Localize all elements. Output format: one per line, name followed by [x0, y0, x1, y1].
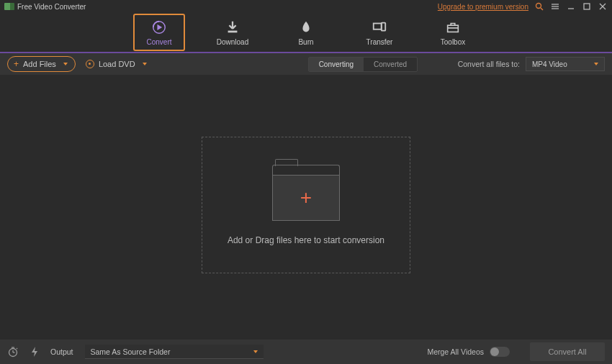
merge-toggle[interactable]: [490, 347, 510, 357]
svg-point-0: [536, 4, 541, 9]
nav-label: Toolbox: [441, 38, 465, 46]
footer: Output Same As Source Folder Merge All V…: [0, 340, 612, 364]
plus-icon: +: [300, 186, 312, 209]
chevron-down-icon: [594, 63, 598, 65]
nav-label: Convert: [146, 38, 171, 46]
merge-label: Merge All Videos: [427, 347, 484, 356]
segment-converted[interactable]: Converted: [364, 58, 417, 71]
disc-icon: [86, 60, 94, 68]
convert-all-button[interactable]: Convert All: [530, 342, 605, 361]
format-value: MP4 Video: [532, 60, 567, 68]
svg-rect-13: [448, 25, 459, 32]
svg-rect-11: [374, 23, 382, 29]
titlebar-right: Upgrade to premium version: [438, 1, 608, 12]
output-value: Same As Source Folder: [91, 347, 171, 356]
menu-icon[interactable]: [550, 1, 560, 12]
nav-transfer[interactable]: Transfer: [354, 14, 405, 51]
plus-icon: +: [14, 59, 19, 69]
status-segment: Converting Converted: [308, 57, 418, 72]
app-title: Free Video Converter: [17, 3, 86, 11]
nav-label: Burn: [298, 38, 313, 46]
search-icon[interactable]: [534, 1, 544, 12]
minimize-icon[interactable]: [566, 1, 576, 12]
output-folder-select[interactable]: Same As Source Folder: [85, 345, 264, 359]
format-select[interactable]: MP4 Video: [526, 57, 605, 71]
nav-label: Download: [217, 38, 248, 46]
chevron-down-icon: [253, 350, 258, 353]
nav-download[interactable]: Download: [207, 14, 258, 51]
top-nav: Convert Download Burn Transfer Toolbox: [0, 13, 612, 53]
add-files-button[interactable]: + Add Files: [7, 56, 76, 72]
output-label: Output: [50, 347, 73, 356]
app-logo-icon: [4, 3, 14, 10]
clock-icon[interactable]: [7, 346, 19, 358]
load-dvd-button[interactable]: Load DVD: [86, 60, 147, 68]
load-dvd-label: Load DVD: [99, 60, 135, 68]
add-files-label: Add Files: [23, 60, 56, 68]
chevron-down-icon: [143, 63, 147, 65]
folder-icon: +: [272, 165, 340, 221]
drop-text: Add or Drag files here to start conversi…: [228, 235, 384, 245]
svg-rect-10: [228, 30, 238, 32]
merge-videos: Merge All Videos: [427, 347, 510, 357]
titlebar: Free Video Converter Upgrade to premium …: [0, 0, 612, 13]
svg-line-19: [17, 348, 17, 349]
toolbar: + Add Files Load DVD Converting Converte…: [0, 53, 612, 75]
nav-toolbox[interactable]: Toolbox: [427, 14, 479, 51]
convert-all-to: Convert all files to: MP4 Video: [458, 57, 605, 71]
svg-rect-6: [584, 4, 590, 9]
close-icon[interactable]: [598, 1, 608, 12]
drop-area[interactable]: + Add or Drag files here to start conver…: [202, 137, 410, 273]
nav-label: Transfer: [366, 38, 393, 46]
nav-burn[interactable]: Burn: [280, 14, 332, 51]
svg-rect-12: [382, 22, 386, 30]
titlebar-left: Free Video Converter: [4, 3, 86, 11]
chevron-down-icon: [63, 63, 68, 65]
upgrade-link[interactable]: Upgrade to premium version: [438, 3, 528, 11]
svg-line-1: [541, 8, 543, 10]
nav-convert[interactable]: Convert: [133, 14, 185, 51]
bolt-icon[interactable]: [30, 346, 39, 358]
convert-all-to-label: Convert all files to:: [458, 60, 520, 68]
maximize-icon[interactable]: [582, 1, 592, 12]
segment-converting[interactable]: Converting: [309, 58, 364, 71]
